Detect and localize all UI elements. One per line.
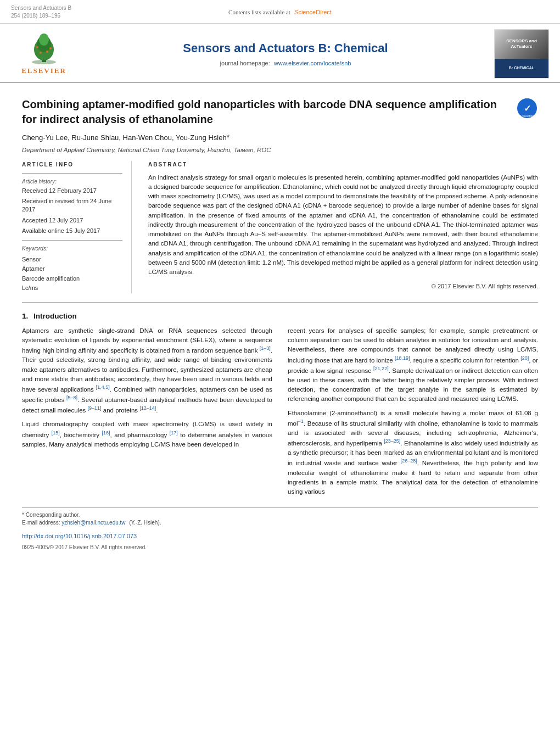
elsevier-text: ELSEVIER bbox=[21, 66, 66, 76]
svg-text:CrossMark: CrossMark bbox=[520, 114, 534, 118]
email-footnote: E-mail address: yzhsieh@mail.nctu.edu.tw… bbox=[22, 519, 538, 527]
sensors-actuators-text: SENSORS andAcTuators bbox=[506, 38, 537, 50]
article-history-label: Article history: bbox=[22, 178, 122, 186]
sensors-logo-inner: SENSORS andAcTuators bbox=[495, 30, 548, 59]
footnote-area: * Corresponding author. E-mail address: … bbox=[22, 507, 538, 527]
journal-issue-info: Sensors and Actuators B 254 (2018) 189–1… bbox=[11, 4, 77, 20]
svg-point-6 bbox=[40, 52, 42, 54]
doi-area: http://dx.doi.org/10.1016/j.snb.2017.07.… bbox=[22, 531, 538, 541]
email-suffix: (Y.-Z. Hsieh). bbox=[129, 520, 161, 526]
issn-area: 0925-4005/© 2017 Elsevier B.V. All right… bbox=[22, 542, 538, 552]
homepage-url[interactable]: www.elsevier.com/locate/snb bbox=[274, 60, 351, 66]
page-wrapper: Sensors and Actuators B 254 (2018) 189–1… bbox=[0, 0, 560, 564]
keyword-barcode: Barcode amplification bbox=[22, 274, 122, 284]
elsevier-logo: ELSEVIER bbox=[11, 32, 77, 76]
sensors-logo: SENSORS andAcTuators B: CHEMICAL bbox=[494, 29, 549, 79]
svg-point-8 bbox=[32, 60, 56, 64]
sciencedirect-link[interactable]: ScienceDirect bbox=[294, 9, 332, 15]
article-title: Combining aptamer-modified gold nanopart… bbox=[22, 97, 505, 127]
abstract-heading: ABSTRACT bbox=[148, 161, 538, 169]
affiliation: Department of Applied Chemistry, Nationa… bbox=[22, 146, 538, 154]
article-info-column: ARTICLE INFO Article history: Received 1… bbox=[22, 161, 132, 293]
received-date: Received 12 February 2017 bbox=[22, 187, 122, 195]
abstract-text: An indirect analysis strategy for small … bbox=[148, 173, 538, 277]
accepted-date: Accepted 12 July 2017 bbox=[22, 216, 122, 225]
crossmark-icon: ✓ CrossMark bbox=[516, 97, 538, 119]
intro-para-1: Aptamers are synthetic single-strand DNA… bbox=[22, 326, 272, 416]
email-label: E-mail address: bbox=[22, 520, 60, 526]
sensors-logo-label: B: CHEMICAL bbox=[509, 65, 534, 71]
intro-section-title: Introduction bbox=[33, 312, 77, 320]
corresponding-label: * Corresponding author. bbox=[22, 512, 80, 518]
doi-link[interactable]: http://dx.doi.org/10.1016/j.snb.2017.07.… bbox=[22, 533, 137, 539]
divider-2 bbox=[22, 240, 122, 241]
corresponding-star: * bbox=[227, 133, 229, 142]
svg-text:✓: ✓ bbox=[524, 104, 531, 113]
intro-para-4: Ethanolamine (2-aminoethanol) is a small… bbox=[288, 409, 538, 497]
authors: Cheng-Yu Lee, Ru-June Shiau, Han-Wen Cho… bbox=[22, 132, 538, 143]
intro-col-right: recent years for analyses of specific sa… bbox=[288, 326, 538, 501]
journal-title: Sensors and Actuators B: Chemical bbox=[77, 40, 494, 57]
email-link[interactable]: yzhsieh@mail.nctu.edu.tw bbox=[61, 520, 125, 526]
svg-point-7 bbox=[46, 51, 48, 53]
keyword-lcms: Lc/ms bbox=[22, 283, 122, 293]
footnote-text: * Corresponding author. bbox=[22, 511, 538, 519]
journal-homepage: journal homepage: www.elsevier.com/locat… bbox=[77, 59, 494, 68]
homepage-label: journal homepage: bbox=[220, 60, 270, 66]
article-title-section: Combining aptamer-modified gold nanopart… bbox=[22, 92, 538, 127]
svg-point-5 bbox=[49, 47, 52, 49]
crossmark-logo[interactable]: ✓ CrossMark bbox=[516, 97, 538, 119]
intro-section: 1. Introduction Aptamers are synthetic s… bbox=[22, 311, 538, 501]
received-revised-date: Received in revised form 24 June 2017 bbox=[22, 197, 122, 214]
intro-para-3: recent years for analyses of specific sa… bbox=[288, 326, 538, 404]
main-content: Combining aptamer-modified gold nanopart… bbox=[0, 83, 560, 564]
section-divider bbox=[22, 302, 538, 303]
contents-label: Contents lists available at bbox=[228, 9, 290, 15]
journal-title-center: Sensors and Actuators B: Chemical journa… bbox=[77, 40, 494, 68]
authors-text: Cheng-Yu Lee, Ru-June Shiau, Han-Wen Cho… bbox=[22, 133, 227, 142]
sensors-logo-bottom: B: CHEMICAL bbox=[495, 59, 548, 78]
intro-two-col: Aptamers are synthetic single-strand DNA… bbox=[22, 326, 538, 501]
svg-point-3 bbox=[39, 34, 49, 46]
article-info-heading: ARTICLE INFO bbox=[22, 161, 122, 169]
journal-header: ELSEVIER Sensors and Actuators B: Chemic… bbox=[0, 24, 560, 83]
keyword-sensor: Sensor bbox=[22, 255, 122, 265]
intro-section-number: 1. bbox=[22, 312, 28, 320]
intro-heading: 1. Introduction bbox=[22, 311, 538, 322]
sciencedirect-notice: Contents lists available at ScienceDirec… bbox=[77, 7, 483, 17]
abstract-column: ABSTRACT An indirect analysis strategy f… bbox=[148, 161, 538, 293]
article-body: ARTICLE INFO Article history: Received 1… bbox=[22, 161, 538, 293]
copyright: © 2017 Elsevier B.V. All rights reserved… bbox=[148, 282, 538, 291]
keywords-heading: Keywords: bbox=[22, 245, 122, 253]
available-date: Available online 15 July 2017 bbox=[22, 227, 122, 235]
header-top: Sensors and Actuators B 254 (2018) 189–1… bbox=[0, 0, 560, 24]
svg-point-4 bbox=[36, 46, 38, 48]
issn-text: 0925-4005/© 2017 Elsevier B.V. All right… bbox=[22, 544, 147, 550]
keyword-aptamer: Aptamer bbox=[22, 264, 122, 274]
elsevier-tree-icon bbox=[22, 32, 66, 65]
divider-1 bbox=[22, 173, 122, 174]
intro-para-2: Liquid chromatography coupled with mass … bbox=[22, 420, 272, 449]
intro-col-left: Aptamers are synthetic single-strand DNA… bbox=[22, 326, 272, 501]
